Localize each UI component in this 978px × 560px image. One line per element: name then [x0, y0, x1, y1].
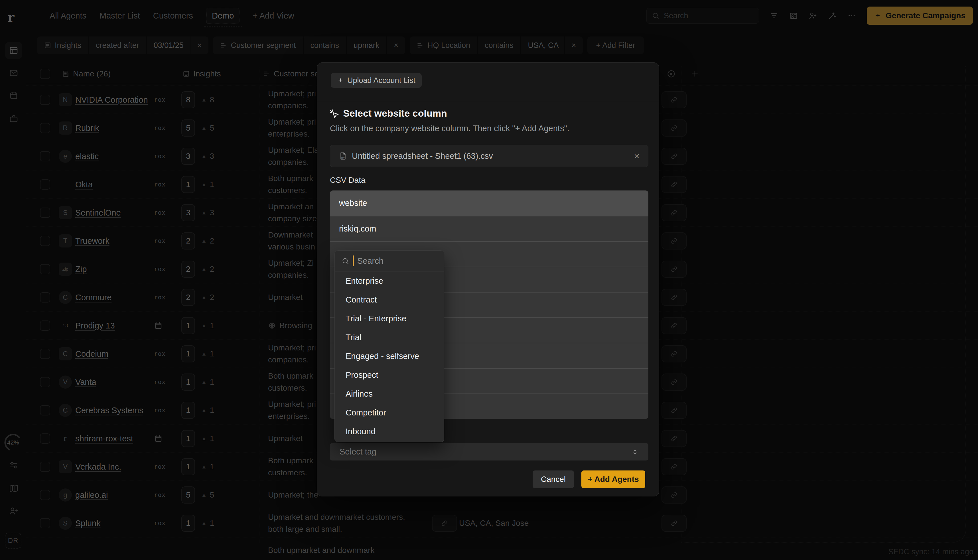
csv-row[interactable]: riskiq.com: [330, 216, 648, 241]
tag-option[interactable]: Trial: [335, 328, 444, 347]
text-caret: [353, 255, 354, 266]
upload-account-list-button[interactable]: Upload Account List: [331, 73, 422, 88]
modal-actions: Cancel + Add Agents: [533, 470, 645, 488]
select-tag-placeholder: Select tag: [340, 447, 377, 457]
remove-file-button[interactable]: ×: [634, 150, 640, 162]
tag-search-input[interactable]: Search: [335, 251, 444, 272]
cursor-click-icon: [329, 108, 339, 118]
app-root: r 42% DR All AgentsMaster ListCustomersD…: [0, 0, 978, 560]
tag-option[interactable]: Contract: [335, 290, 444, 309]
uploaded-file-chip[interactable]: csv Untitled spreadsheet - Sheet1 (63).c…: [330, 145, 648, 167]
tag-option[interactable]: Competitor: [335, 403, 444, 422]
csv-row[interactable]: website: [330, 190, 648, 216]
modal-title-text: Select website column: [343, 108, 447, 119]
select-tag-dropdown[interactable]: Select tag: [330, 443, 648, 460]
tag-search-placeholder: Search: [357, 256, 383, 266]
tag-option[interactable]: Enterprise: [335, 272, 444, 290]
csv-file-icon: csv: [339, 152, 347, 160]
tag-option[interactable]: Trial - Enterprise: [335, 309, 444, 328]
svg-text:csv: csv: [341, 157, 345, 159]
tag-option[interactable]: Inbound: [335, 422, 444, 441]
add-agents-button[interactable]: + Add Agents: [581, 470, 645, 488]
tag-option[interactable]: Prospect: [335, 365, 444, 384]
upload-account-list-label: Upload Account List: [347, 76, 415, 85]
tag-option[interactable]: Airlines: [335, 384, 444, 403]
file-name: Untitled spreadsheet - Sheet1 (63).csv: [352, 152, 493, 161]
tag-options-list: EnterpriseContractTrial - EnterpriseTria…: [335, 272, 444, 441]
modal-title: Select website column: [329, 108, 447, 119]
csv-data-label: CSV Data: [330, 176, 365, 185]
tag-option[interactable]: Engaged - selfserve: [335, 347, 444, 365]
sparkle-icon: [337, 77, 344, 84]
cancel-button[interactable]: Cancel: [533, 470, 574, 488]
modal-subtitle: Click on the company website column. The…: [330, 124, 570, 133]
search-icon: [342, 257, 349, 265]
chevron-updown-icon: [631, 448, 639, 456]
tag-search-popup: Search EnterpriseContractTrial - Enterpr…: [335, 250, 444, 442]
